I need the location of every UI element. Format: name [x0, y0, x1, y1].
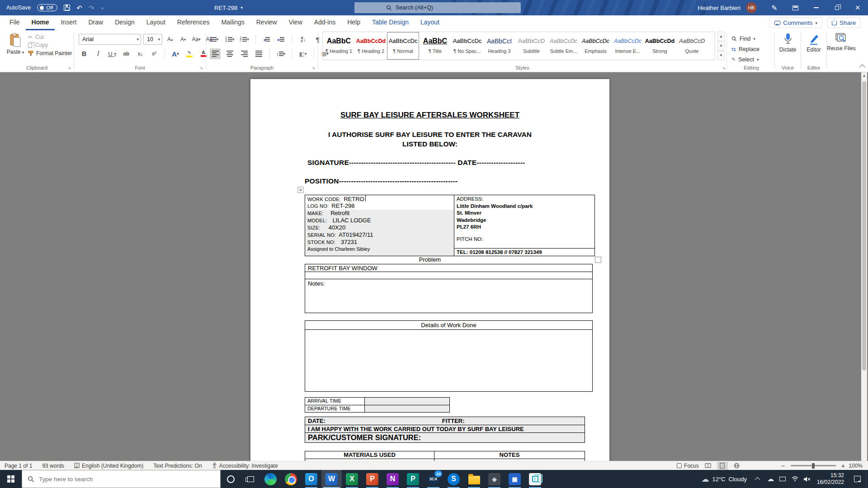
read-mode-button[interactable] [703, 462, 713, 470]
taskbar-app-dark[interactable]: ◈ [484, 470, 505, 488]
zoom-slider[interactable] [791, 465, 836, 466]
tab-draw[interactable]: Draw [82, 15, 109, 30]
share-button[interactable]: Share [827, 18, 861, 28]
taskbar-app-powerpoint[interactable]: P [362, 470, 382, 488]
style-quote[interactable]: AaBbCcD Quote [676, 32, 708, 60]
font-dialog-launcher-icon[interactable]: ↘ [199, 66, 203, 70]
increase-indent-button[interactable]: ▸ [276, 34, 287, 45]
styles-scroll-up-icon[interactable]: ▲ [717, 32, 725, 41]
tab-table-design[interactable]: Table Design [366, 15, 415, 30]
show-desktop-button[interactable] [866, 470, 868, 488]
font-size-combo[interactable]: 10 ▾ [143, 34, 162, 45]
tab-layout[interactable]: Layout [141, 15, 171, 30]
collapse-ribbon-icon[interactable] [859, 64, 865, 70]
document-title[interactable]: RET-298 ▾ [214, 0, 243, 15]
shading-button[interactable]: ◧▾ [297, 48, 308, 59]
scrollbar-thumb[interactable] [862, 81, 866, 371]
taskbar-app-skype[interactable]: S [443, 470, 464, 488]
editor-button[interactable]: Editor [801, 33, 826, 53]
cut-button[interactable]: ✂ Cut [28, 34, 72, 40]
change-case-button[interactable]: Aa▾ [191, 34, 202, 45]
redo-icon[interactable]: ↷ [89, 5, 94, 11]
paste-button[interactable]: Paste ▾ [5, 33, 26, 55]
tab-design[interactable]: Design [109, 15, 141, 30]
taskbar-app-publisher[interactable]: P [403, 470, 423, 488]
style-emphasis[interactable]: AaBbCcDc Emphasis [580, 32, 612, 60]
hidden-icons-button[interactable] [752, 470, 764, 488]
start-button[interactable] [0, 470, 22, 488]
web-layout-button[interactable] [731, 462, 742, 470]
shrink-font-button[interactable]: A▾ [178, 34, 189, 45]
paragraph-dialog-launcher-icon[interactable]: ↘ [311, 66, 315, 70]
grow-font-button[interactable]: A▴ [165, 34, 175, 45]
accessibility-status[interactable]: Accessibility: Investigate [212, 463, 278, 469]
taskbar-search[interactable] [22, 470, 221, 488]
taskbar-app-chrome[interactable] [281, 470, 301, 488]
tab-help[interactable]: Help [341, 15, 366, 30]
underline-button[interactable]: U ▾ [107, 48, 118, 59]
taskbar-app-onenote[interactable]: N [382, 470, 403, 488]
cortana-button[interactable] [221, 470, 241, 488]
document-page[interactable]: SURF BAY LEISURE AFTERSALES WORKSHEET I … [250, 79, 609, 461]
reuse-files-button[interactable]: Reuse Files [827, 33, 856, 52]
format-painter-button[interactable]: Format Painter [28, 50, 72, 56]
clipboard-dialog-launcher-icon[interactable]: ↘ [67, 66, 71, 70]
tab-review[interactable]: Review [250, 15, 283, 30]
style-normal[interactable]: AaBbCcDc ¶ Normal [387, 32, 419, 60]
autosave-toggle[interactable]: Off [37, 4, 57, 11]
styles-scroll-down-icon[interactable]: ▼ [717, 41, 725, 51]
taskbar-app-blue[interactable]: ▣ [505, 470, 525, 488]
style-title[interactable]: AaBbC ¶ Title [419, 32, 451, 60]
volume-muted-tray-icon[interactable] [801, 470, 813, 488]
tab-addins[interactable]: Add-ins [308, 15, 341, 30]
zoom-slider-thumb[interactable] [812, 463, 815, 469]
taskbar-app-file-explorer[interactable] [464, 470, 484, 488]
taskbar-weather[interactable]: ☁ 12°C Cloudy [696, 474, 752, 484]
taskbar-app-3cx[interactable]: 3CX 10 [423, 470, 443, 488]
scroll-up-icon[interactable]: ▲ [861, 72, 867, 80]
style-heading1[interactable]: AaBbC ¶ Heading 1 [323, 32, 355, 60]
bullets-button[interactable]: ▾ [210, 34, 221, 45]
align-center-button[interactable] [224, 48, 235, 59]
table-move-handle-icon[interactable]: + [297, 187, 304, 193]
dictate-button[interactable]: Dictate [775, 33, 801, 53]
multilevel-list-button[interactable]: 1ai ▾ [239, 34, 250, 45]
italic-button[interactable]: I [93, 48, 104, 59]
tab-home[interactable]: Home [26, 15, 55, 30]
align-right-button[interactable] [239, 48, 250, 59]
ink-pen-icon[interactable]: ✎ [764, 0, 785, 15]
strikethrough-button[interactable]: ab [121, 48, 132, 59]
taskbar-app-3d-viewer[interactable] [525, 470, 545, 488]
font-family-combo[interactable]: Arial ▾ [79, 34, 141, 45]
taskbar-app-excel[interactable]: X [342, 470, 362, 488]
minimize-button[interactable] [806, 0, 826, 15]
zoom-level[interactable]: 100% [849, 463, 863, 469]
select-button[interactable]: ↖ Select ▾ [731, 55, 760, 64]
tab-table-layout[interactable]: Layout [415, 15, 445, 30]
style-subtle-emphasis[interactable]: AaBbCcDc Subtle Em... [547, 32, 580, 60]
text-predictions[interactable]: Text Predictions: On [153, 463, 202, 469]
taskbar-app-word[interactable]: W [321, 470, 342, 488]
numbering-button[interactable]: 123 ▾ [224, 34, 235, 45]
style-subtitle[interactable]: AaBbCcD Subtitle [515, 32, 547, 60]
ribbon-display-options-icon[interactable] [785, 0, 806, 15]
styles-dialog-launcher-icon[interactable]: ↘ [722, 66, 726, 70]
tab-references[interactable]: References [171, 15, 216, 30]
tab-view[interactable]: View [283, 15, 308, 30]
user-name[interactable]: Heather Barbieri [698, 5, 741, 11]
style-heading2[interactable]: AaBbCcDd ¶ Heading 2 [355, 32, 387, 60]
style-strong[interactable]: AaBbCcDd Strong [644, 32, 676, 60]
task-view-button[interactable] [241, 470, 260, 488]
proofing-status[interactable]: English (United Kingdom) [74, 463, 143, 469]
display-tray-icon[interactable] [777, 470, 789, 488]
text-effects-button[interactable]: A▾ [170, 48, 181, 59]
focus-mode-button[interactable]: Focus [677, 463, 699, 469]
style-heading3[interactable]: AaBbCcI Heading 3 [483, 32, 515, 60]
style-no-spacing[interactable]: AaBbCcDc ¶ No Spac... [451, 32, 483, 60]
word-count[interactable]: 93 words [42, 463, 64, 469]
undo-icon[interactable]: ↶ [76, 5, 82, 11]
title-search-box[interactable]: Search (Alt+Q) [354, 2, 521, 13]
print-layout-button[interactable] [717, 462, 728, 470]
document-scrollbar[interactable]: ▲ [861, 72, 867, 461]
page-indicator[interactable]: Page 1 of 1 [5, 463, 32, 469]
